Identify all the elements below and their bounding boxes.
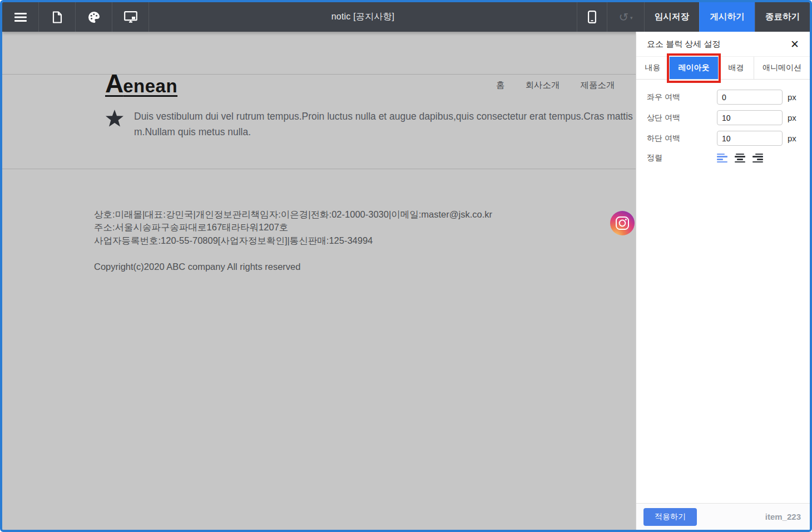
palette-icon	[87, 11, 101, 24]
exit-button[interactable]: 종료하기	[755, 2, 810, 32]
tab-background[interactable]: 배경	[719, 57, 754, 79]
align-left-button[interactable]	[717, 154, 727, 163]
footer-line-2: 주소:서울시송파구송파대로167태라타워1207호	[94, 221, 492, 234]
page-title: notic [공지사항]	[149, 2, 577, 32]
temp-save-button[interactable]: 임시저장	[644, 2, 699, 32]
undo-icon: ↺	[618, 11, 628, 23]
bottom-margin-input[interactable]	[717, 131, 783, 146]
toolbar-right-group: ↺ ▾ 임시저장 게시하기 종료하기	[577, 2, 810, 32]
undo-button[interactable]: ↺ ▾	[607, 2, 644, 32]
menu-button[interactable]	[2, 2, 39, 32]
hamburger-icon	[14, 13, 27, 22]
main-area: Aenean 홈 회사소개 제품소개 공지 Duis vestibulum du…	[2, 32, 810, 530]
field-row-horizontal-margin: 좌우 여백 px	[647, 90, 799, 105]
footer-line-1: 상호:미래몰|대표:강민국|개인정보관리책임자:이은경|전화:02-1000-3…	[94, 208, 492, 221]
nav-item-company[interactable]: 회사소개	[526, 80, 560, 91]
field-row-bottom-margin: 하단 여백 px	[647, 131, 799, 146]
top-margin-input[interactable]	[717, 110, 783, 125]
notice-block[interactable]: Duis vestibulum dui vel rutrum tempus.Pr…	[105, 109, 636, 140]
tab-animation[interactable]: 애니메이션	[754, 57, 810, 79]
align-center-button[interactable]	[735, 154, 745, 163]
site-footer-info: 상호:미래몰|대표:강민국|개인정보관리책임자:이은경|전화:02-1000-3…	[94, 208, 492, 247]
panel-footer: 적용하기 item_223	[636, 503, 810, 530]
mobile-view-button[interactable]	[577, 2, 607, 32]
tab-content[interactable]: 내용	[636, 57, 670, 79]
unit-label: px	[788, 92, 796, 102]
copyright-text: Copyright(c)2020 ABC company All rights …	[94, 262, 300, 272]
item-id-label: item_223	[765, 512, 801, 521]
footer-line-3: 사업자등록번호:120-55-70809[사업자정보확인]|통신판매:125-3…	[94, 234, 492, 247]
star-icon	[105, 110, 124, 127]
settings-panel: 요소 블럭 상세 설정 ✕ 내용 레이아웃 배경 애니메이션	[636, 32, 810, 530]
notice-text: Duis vestibulum dui vel rutrum tempus.Pr…	[134, 109, 636, 140]
notice-line-2: m.Nullam quis metus nulla.	[134, 124, 636, 140]
unit-label: px	[788, 113, 796, 122]
tab-layout-label: 레이아웃	[679, 63, 710, 73]
close-icon[interactable]: ✕	[790, 39, 799, 50]
field-label: 상단 여백	[647, 113, 717, 123]
site-logo[interactable]: Aenean	[105, 68, 177, 98]
panel-tabs: 내용 레이아웃 배경 애니메이션	[636, 56, 810, 80]
tab-layout[interactable]: 레이아웃	[670, 57, 719, 79]
top-toolbar: notic [공지사항] ↺ ▾ 임시저장 게시하기 종료하기	[2, 2, 810, 32]
logo-initial: A	[105, 69, 123, 98]
notice-line-1: Duis vestibulum dui vel rutrum tempus.Pr…	[134, 109, 636, 124]
align-right-button[interactable]	[752, 154, 763, 163]
tab-background-label: 배경	[729, 63, 744, 73]
monitor-icon	[124, 11, 137, 23]
page-button[interactable]	[39, 2, 76, 32]
design-button[interactable]	[76, 2, 112, 32]
instagram-icon[interactable]	[610, 211, 635, 235]
editor-window: notic [공지사항] ↺ ▾ 임시저장 게시하기 종료하기 Aene	[0, 0, 812, 532]
panel-title: 요소 블럭 상세 설정	[647, 39, 721, 50]
publish-button[interactable]: 게시하기	[699, 2, 755, 32]
field-row-top-margin: 상단 여백 px	[647, 110, 799, 125]
align-label: 정렬	[647, 153, 717, 163]
instagram-glyph	[615, 216, 630, 230]
nav-item-products[interactable]: 제품소개	[581, 80, 615, 91]
horizontal-margin-input[interactable]	[717, 90, 783, 105]
tab-content-label: 내용	[645, 63, 661, 73]
unit-label: px	[788, 134, 796, 143]
site-nav: 홈 회사소개 제품소개 공지	[496, 80, 636, 91]
panel-body: 좌우 여백 px 상단 여백 px 하단 여백 px 정렬	[636, 80, 810, 503]
field-label: 하단 여백	[647, 134, 717, 144]
preview-button[interactable]	[112, 2, 149, 32]
document-icon	[52, 11, 62, 23]
align-row: 정렬	[647, 153, 799, 163]
panel-header: 요소 블럭 상세 설정 ✕	[636, 32, 810, 56]
field-label: 좌우 여백	[647, 92, 717, 102]
smartphone-icon	[588, 11, 596, 23]
chevron-down-icon: ▾	[630, 15, 633, 21]
tab-animation-label: 애니메이션	[763, 63, 801, 73]
logo-rest: enean	[123, 76, 177, 96]
header-divider	[2, 74, 636, 75]
content-divider	[2, 169, 636, 169]
site-canvas[interactable]: Aenean 홈 회사소개 제품소개 공지 Duis vestibulum du…	[2, 32, 636, 530]
align-icons	[717, 154, 763, 163]
apply-button[interactable]: 적용하기	[643, 508, 697, 526]
nav-item-home[interactable]: 홈	[496, 80, 505, 91]
